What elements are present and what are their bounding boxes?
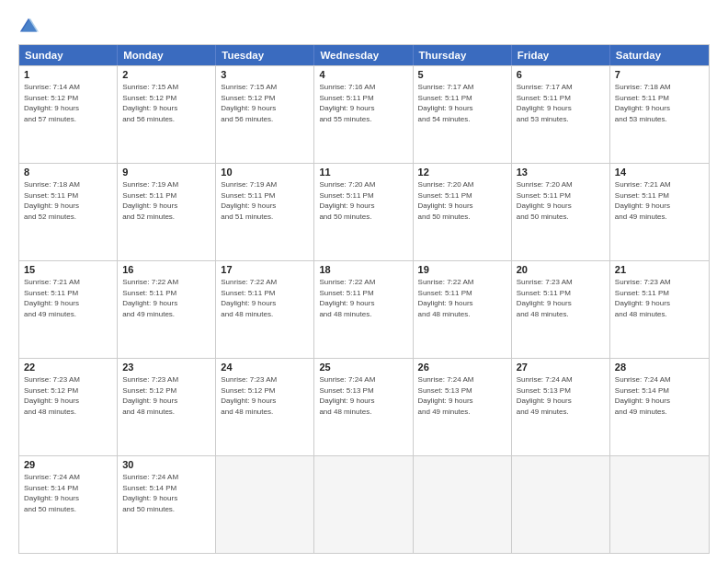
- day-info: Sunrise: 7:21 AM Sunset: 5:11 PM Dayligh…: [24, 277, 112, 319]
- day-number: 22: [24, 362, 112, 373]
- empty-cell: [610, 456, 709, 553]
- day-cell-8: 8Sunrise: 7:18 AM Sunset: 5:11 PM Daylig…: [19, 164, 118, 260]
- day-info: Sunrise: 7:23 AM Sunset: 5:11 PM Dayligh…: [615, 277, 704, 319]
- header-day-monday: Monday: [118, 45, 216, 65]
- day-cell-16: 16Sunrise: 7:22 AM Sunset: 5:11 PM Dayli…: [118, 261, 216, 358]
- day-cell-20: 20Sunrise: 7:23 AM Sunset: 5:11 PM Dayli…: [512, 261, 610, 358]
- day-info: Sunrise: 7:23 AM Sunset: 5:12 PM Dayligh…: [122, 374, 210, 417]
- day-cell-26: 26Sunrise: 7:24 AM Sunset: 5:13 PM Dayli…: [414, 359, 512, 455]
- day-number: 30: [122, 459, 210, 470]
- header: [18, 17, 710, 37]
- day-cell-29: 29Sunrise: 7:24 AM Sunset: 5:14 PM Dayli…: [19, 456, 118, 553]
- empty-cell: [512, 456, 610, 553]
- day-number: 12: [418, 167, 506, 178]
- day-info: Sunrise: 7:18 AM Sunset: 5:11 PM Dayligh…: [615, 82, 704, 124]
- day-number: 8: [24, 167, 112, 178]
- calendar-body: 1Sunrise: 7:14 AM Sunset: 5:12 PM Daylig…: [19, 65, 709, 553]
- calendar-header: SundayMondayTuesdayWednesdayThursdayFrid…: [19, 45, 709, 65]
- day-info: Sunrise: 7:24 AM Sunset: 5:13 PM Dayligh…: [418, 374, 506, 417]
- header-day-saturday: Saturday: [610, 45, 709, 65]
- day-number: 15: [24, 264, 112, 275]
- header-day-thursday: Thursday: [414, 45, 512, 65]
- day-info: Sunrise: 7:22 AM Sunset: 5:11 PM Dayligh…: [221, 277, 309, 319]
- day-number: 21: [615, 264, 704, 275]
- day-cell-27: 27Sunrise: 7:24 AM Sunset: 5:13 PM Dayli…: [512, 359, 610, 455]
- day-info: Sunrise: 7:21 AM Sunset: 5:11 PM Dayligh…: [615, 179, 704, 222]
- day-number: 23: [122, 362, 210, 373]
- day-info: Sunrise: 7:24 AM Sunset: 5:14 PM Dayligh…: [24, 472, 112, 514]
- week-row-5: 29Sunrise: 7:24 AM Sunset: 5:14 PM Dayli…: [19, 455, 709, 553]
- day-cell-18: 18Sunrise: 7:22 AM Sunset: 5:11 PM Dayli…: [314, 261, 413, 358]
- day-info: Sunrise: 7:14 AM Sunset: 5:12 PM Dayligh…: [24, 82, 112, 124]
- day-info: Sunrise: 7:22 AM Sunset: 5:11 PM Dayligh…: [122, 277, 210, 319]
- day-cell-1: 1Sunrise: 7:14 AM Sunset: 5:12 PM Daylig…: [19, 66, 118, 163]
- day-cell-2: 2Sunrise: 7:15 AM Sunset: 5:12 PM Daylig…: [118, 66, 216, 163]
- empty-cell: [216, 456, 314, 553]
- day-number: 26: [418, 362, 506, 373]
- day-info: Sunrise: 7:20 AM Sunset: 5:11 PM Dayligh…: [517, 179, 605, 222]
- day-number: 2: [122, 69, 210, 80]
- day-info: Sunrise: 7:17 AM Sunset: 5:11 PM Dayligh…: [418, 82, 506, 124]
- day-cell-17: 17Sunrise: 7:22 AM Sunset: 5:11 PM Dayli…: [216, 261, 314, 358]
- day-cell-22: 22Sunrise: 7:23 AM Sunset: 5:12 PM Dayli…: [19, 359, 118, 455]
- calendar: SundayMondayTuesdayWednesdayThursdayFrid…: [18, 44, 710, 554]
- day-cell-13: 13Sunrise: 7:20 AM Sunset: 5:11 PM Dayli…: [512, 164, 610, 260]
- day-cell-19: 19Sunrise: 7:22 AM Sunset: 5:11 PM Dayli…: [414, 261, 512, 358]
- day-number: 13: [517, 167, 605, 178]
- day-number: 14: [615, 167, 704, 178]
- day-number: 19: [418, 264, 506, 275]
- day-info: Sunrise: 7:24 AM Sunset: 5:13 PM Dayligh…: [517, 374, 605, 417]
- day-number: 7: [615, 69, 704, 80]
- day-info: Sunrise: 7:20 AM Sunset: 5:11 PM Dayligh…: [418, 179, 506, 222]
- week-row-4: 22Sunrise: 7:23 AM Sunset: 5:12 PM Dayli…: [19, 358, 709, 455]
- week-row-2: 8Sunrise: 7:18 AM Sunset: 5:11 PM Daylig…: [19, 163, 709, 260]
- day-info: Sunrise: 7:19 AM Sunset: 5:11 PM Dayligh…: [122, 179, 210, 222]
- week-row-1: 1Sunrise: 7:14 AM Sunset: 5:12 PM Daylig…: [19, 65, 709, 163]
- day-cell-24: 24Sunrise: 7:23 AM Sunset: 5:12 PM Dayli…: [216, 359, 314, 455]
- day-cell-14: 14Sunrise: 7:21 AM Sunset: 5:11 PM Dayli…: [610, 164, 709, 260]
- day-number: 3: [221, 69, 309, 80]
- day-info: Sunrise: 7:20 AM Sunset: 5:11 PM Dayligh…: [319, 179, 407, 222]
- day-info: Sunrise: 7:19 AM Sunset: 5:11 PM Dayligh…: [221, 179, 309, 222]
- day-cell-5: 5Sunrise: 7:17 AM Sunset: 5:11 PM Daylig…: [414, 66, 512, 163]
- day-cell-7: 7Sunrise: 7:18 AM Sunset: 5:11 PM Daylig…: [610, 66, 709, 163]
- day-number: 17: [221, 264, 309, 275]
- day-number: 1: [24, 69, 112, 80]
- day-info: Sunrise: 7:23 AM Sunset: 5:12 PM Dayligh…: [221, 374, 309, 417]
- day-number: 6: [517, 69, 605, 80]
- day-number: 16: [122, 264, 210, 275]
- day-number: 11: [319, 167, 407, 178]
- logo: [18, 17, 42, 37]
- day-cell-9: 9Sunrise: 7:19 AM Sunset: 5:11 PM Daylig…: [118, 164, 216, 260]
- day-number: 4: [319, 69, 407, 80]
- day-info: Sunrise: 7:15 AM Sunset: 5:12 PM Dayligh…: [122, 82, 210, 124]
- day-number: 18: [319, 264, 407, 275]
- day-info: Sunrise: 7:18 AM Sunset: 5:11 PM Dayligh…: [24, 179, 112, 222]
- empty-cell: [314, 456, 413, 553]
- day-info: Sunrise: 7:16 AM Sunset: 5:11 PM Dayligh…: [319, 82, 407, 124]
- header-day-sunday: Sunday: [19, 45, 118, 65]
- day-cell-23: 23Sunrise: 7:23 AM Sunset: 5:12 PM Dayli…: [118, 359, 216, 455]
- day-number: 20: [517, 264, 605, 275]
- day-info: Sunrise: 7:17 AM Sunset: 5:11 PM Dayligh…: [517, 82, 605, 124]
- day-info: Sunrise: 7:23 AM Sunset: 5:12 PM Dayligh…: [24, 374, 112, 417]
- header-day-wednesday: Wednesday: [314, 45, 413, 65]
- day-cell-6: 6Sunrise: 7:17 AM Sunset: 5:11 PM Daylig…: [512, 66, 610, 163]
- day-number: 10: [221, 167, 309, 178]
- day-info: Sunrise: 7:23 AM Sunset: 5:11 PM Dayligh…: [517, 277, 605, 319]
- day-cell-15: 15Sunrise: 7:21 AM Sunset: 5:11 PM Dayli…: [19, 261, 118, 358]
- day-cell-11: 11Sunrise: 7:20 AM Sunset: 5:11 PM Dayli…: [314, 164, 413, 260]
- empty-cell: [414, 456, 512, 553]
- day-number: 5: [418, 69, 506, 80]
- day-info: Sunrise: 7:24 AM Sunset: 5:13 PM Dayligh…: [319, 374, 407, 417]
- day-cell-28: 28Sunrise: 7:24 AM Sunset: 5:14 PM Dayli…: [610, 359, 709, 455]
- day-number: 28: [615, 362, 704, 373]
- day-cell-10: 10Sunrise: 7:19 AM Sunset: 5:11 PM Dayli…: [216, 164, 314, 260]
- day-cell-25: 25Sunrise: 7:24 AM Sunset: 5:13 PM Dayli…: [314, 359, 413, 455]
- day-info: Sunrise: 7:22 AM Sunset: 5:11 PM Dayligh…: [418, 277, 506, 319]
- day-number: 24: [221, 362, 309, 373]
- header-day-tuesday: Tuesday: [216, 45, 314, 65]
- day-number: 9: [122, 167, 210, 178]
- day-info: Sunrise: 7:24 AM Sunset: 5:14 PM Dayligh…: [615, 374, 704, 417]
- day-number: 27: [517, 362, 605, 373]
